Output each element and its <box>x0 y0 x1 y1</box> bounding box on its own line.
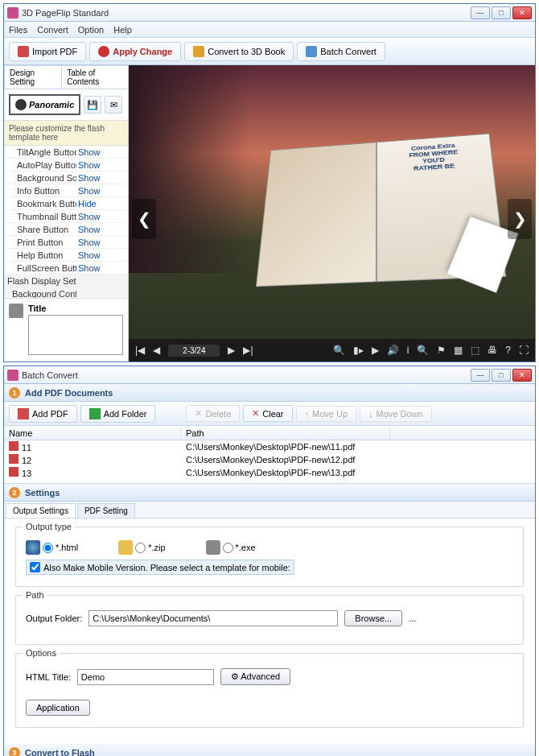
window-title: 3D PageFlip Standard <box>22 8 471 18</box>
output-folder-input[interactable] <box>88 610 338 626</box>
group-output-type: Output type *.html *.zip *.exe Also Make… <box>15 527 524 587</box>
batch-window: Batch Convert — □ ✕ 1Add PDF Documents A… <box>3 366 536 756</box>
apply-change-button[interactable]: Apply Change <box>89 42 181 61</box>
tab-design-setting[interactable]: Design Setting <box>4 65 62 89</box>
move-up-button[interactable]: ↑Move Up <box>296 406 357 422</box>
print-icon[interactable]: 🖶 <box>488 345 497 356</box>
main-window: 3D PageFlip Standard — □ ✕ Files Convert… <box>3 3 536 362</box>
batch-minimize-button[interactable]: — <box>471 369 490 382</box>
section-convert: 3Convert to Flash <box>4 744 535 756</box>
play-icon[interactable]: ▶ <box>372 345 379 356</box>
zoom-icon[interactable]: 🔍 <box>333 345 345 356</box>
tab-output-settings[interactable]: Output Settings <box>6 503 76 518</box>
radio-exe[interactable]: *.exe <box>206 540 256 555</box>
maximize-button[interactable]: □ <box>492 6 511 19</box>
page-indicator[interactable]: 2-3/24 <box>168 345 220 357</box>
first-icon[interactable]: |◀ <box>135 345 145 356</box>
section-add-pdf: 1Add PDF Documents <box>4 384 535 402</box>
preview-area: Corona Extra FROM WHERE YOU'D RATHER BE … <box>129 65 535 361</box>
toolbar: Import PDF Apply Change Convert to 3D Bo… <box>4 38 535 65</box>
prev-icon[interactable]: ◀ <box>153 345 160 356</box>
pdf-icon <box>9 454 19 464</box>
output-folder-label: Output Folder: <box>26 613 82 623</box>
thumbnail-icon[interactable]: ▦ <box>454 345 463 356</box>
file-table[interactable]: NamePath 11C:\Users\Monkey\Desktop\PDF-n… <box>4 426 535 484</box>
batch-maximize-button[interactable]: □ <box>492 369 511 382</box>
menu-help[interactable]: Help <box>113 25 132 35</box>
menubar: Files Convert Option Help <box>4 22 535 38</box>
html-title-label: HTML Title: <box>26 672 71 682</box>
advanced-button[interactable]: ⚙ Advanced <box>220 668 290 685</box>
mail-icon[interactable]: ✉ <box>105 96 122 114</box>
application-button[interactable]: Application <box>26 700 90 716</box>
title-label: Title <box>28 304 123 313</box>
batch-app-icon <box>7 370 19 381</box>
prev-arrow[interactable]: ❮ <box>132 199 156 239</box>
save-icon[interactable]: 💾 <box>84 96 101 114</box>
add-pdf-button[interactable]: Add PDF <box>9 405 77 423</box>
tab-toc[interactable]: Table of Contents <box>61 65 129 89</box>
next-arrow[interactable]: ❯ <box>508 199 532 239</box>
left-panel: Design Setting Table of Contents Panoram… <box>4 65 129 361</box>
browse-button[interactable]: Browse... <box>344 610 402 626</box>
menu-convert[interactable]: Convert <box>37 25 68 35</box>
panoramic-button[interactable]: Panoramic <box>9 94 80 115</box>
last-icon[interactable]: ▶| <box>243 345 253 356</box>
group-path: Path Output Folder: Browse... ... <box>15 595 524 645</box>
batch-title: Batch Convert <box>22 370 471 380</box>
mobile-checkbox[interactable]: Also Make Mobile Version. Please select … <box>26 560 294 575</box>
section-settings: 2Settings <box>4 484 535 502</box>
convert-3d-button[interactable]: Convert to 3D Book <box>184 42 294 61</box>
html-title-input[interactable] <box>77 669 214 685</box>
batch-convert-button[interactable]: Batch Convert <box>297 42 385 61</box>
clear-button[interactable]: ✕Clear <box>243 405 292 422</box>
pdf-icon <box>9 467 19 477</box>
add-folder-button[interactable]: Add Folder <box>80 405 156 423</box>
fullscreen-icon[interactable]: ⛶ <box>519 345 529 356</box>
tilt-icon[interactable]: ▮▸ <box>353 345 364 356</box>
title-box: Title <box>4 298 128 361</box>
more-path[interactable]: ... <box>409 613 416 623</box>
pdf-icon <box>9 441 19 451</box>
radio-html[interactable]: *.html <box>26 540 78 555</box>
tab-pdf-setting[interactable]: PDF Setting <box>77 503 135 518</box>
delete-button[interactable]: ✕Delete <box>186 405 240 422</box>
bookmark-icon[interactable]: ⚑ <box>437 345 446 356</box>
batch-close-button[interactable]: ✕ <box>512 369 532 382</box>
group-options: Options HTML Title: ⚙ Advanced Applicati… <box>15 653 524 728</box>
search-icon[interactable]: 🔍 <box>417 345 429 356</box>
property-tree[interactable]: TiltAngle ButtonShow AutoPlay ButtonShow… <box>4 146 128 298</box>
batch-titlebar: Batch Convert — □ ✕ <box>4 366 535 384</box>
menu-files[interactable]: Files <box>9 25 27 35</box>
titlebar: 3D PageFlip Standard — □ ✕ <box>4 4 535 22</box>
table-row[interactable]: 11C:\Users\Monkey\Desktop\PDF-new\11.pdf <box>4 440 535 453</box>
minimize-button[interactable]: — <box>471 6 490 19</box>
table-row[interactable]: 12C:\Users\Monkey\Desktop\PDF-new\12.pdf <box>4 453 535 466</box>
player-bar: |◀ ◀ 2-3/24 ▶ ▶| 🔍 ▮▸ ▶ 🔊 i 🔍 ⚑ ▦ ⬚ 🖶 ? … <box>129 339 535 361</box>
panoramic-icon <box>15 99 27 110</box>
title-textarea[interactable] <box>28 315 123 355</box>
help-icon[interactable]: ? <box>505 345 511 356</box>
move-down-button[interactable]: ↓Move Down <box>360 406 432 422</box>
table-row[interactable]: 13C:\Users\Monkey\Desktop\PDF-new\13.pdf <box>4 466 535 479</box>
sound-icon[interactable]: 🔊 <box>387 345 399 356</box>
next-icon[interactable]: ▶ <box>228 345 235 356</box>
share-icon[interactable]: ⬚ <box>471 345 479 356</box>
batch-toolbar: Add PDF Add Folder ✕Delete ✕Clear ↑Move … <box>4 402 535 426</box>
info-icon[interactable]: i <box>407 345 409 356</box>
app-icon <box>7 7 19 19</box>
close-button[interactable]: ✕ <box>512 6 532 19</box>
menu-option[interactable]: Option <box>78 25 104 35</box>
flipbook[interactable]: Corona Extra FROM WHERE YOU'D RATHER BE <box>256 134 506 287</box>
db-icon <box>9 304 23 318</box>
hint-text: Please customize the flash template here <box>4 121 128 146</box>
radio-zip[interactable]: *.zip <box>118 540 165 555</box>
import-pdf-button[interactable]: Import PDF <box>9 42 86 61</box>
